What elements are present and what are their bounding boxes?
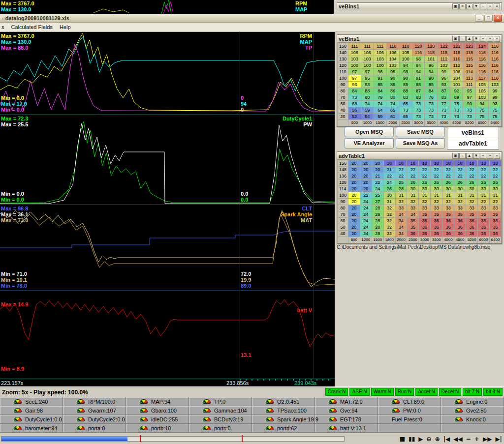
table-cell[interactable]: 73 [438, 107, 450, 114]
play-icon[interactable]: ▶ [418, 435, 423, 443]
table-cell[interactable]: 36 [466, 231, 478, 237]
table-cell[interactable]: 20 [360, 173, 372, 179]
table-cell[interactable]: 52 [348, 114, 361, 120]
table-cell[interactable]: 22 [360, 192, 372, 199]
table-cell[interactable]: 22 [383, 173, 395, 179]
table-cell[interactable]: 96 [374, 69, 386, 75]
table-cell[interactable]: 86 [386, 88, 399, 94]
table-cell[interactable]: 120 [412, 43, 425, 50]
table-cell[interactable]: 73 [412, 114, 425, 120]
table-cell[interactable]: 35 [407, 218, 419, 224]
table-cell[interactable]: 100 [361, 62, 374, 69]
table-cell[interactable]: 32 [489, 199, 501, 205]
vebins-titlebar[interactable]: veBins1 ▣=▲▼−+× [337, 35, 502, 43]
table-cell[interactable]: 30 [407, 186, 419, 192]
table-cell[interactable]: 123 [463, 43, 476, 50]
table-cell[interactable]: 35 [466, 211, 478, 218]
table-cell[interactable]: 93 [361, 82, 374, 88]
table-cell[interactable]: 73 [399, 107, 412, 114]
table-cell[interactable]: 120 [425, 43, 438, 50]
table-cell[interactable]: 32 [442, 199, 454, 205]
table-cell[interactable]: 32 [383, 218, 395, 224]
table-cell[interactable]: 112 [438, 56, 450, 62]
table-cell[interactable]: 116 [412, 50, 425, 56]
table-cell[interactable]: 36 [478, 224, 490, 231]
table-cell[interactable]: 36 [454, 224, 466, 231]
table-cell[interactable]: 36 [466, 218, 478, 224]
table-cell[interactable]: 28 [372, 224, 383, 231]
table-cell[interactable]: 33 [395, 205, 407, 211]
skip-start-icon[interactable]: |◀ [443, 435, 450, 443]
table-cell[interactable]: 73 [425, 107, 438, 114]
table-cell[interactable]: 32 [383, 205, 395, 211]
table-cell[interactable]: 21 [372, 173, 383, 179]
table-cell[interactable]: 105 [399, 50, 412, 56]
table-cell[interactable]: 22 [442, 167, 454, 173]
table-cell[interactable]: 117 [476, 75, 489, 82]
table-cell[interactable]: 36 [419, 231, 431, 237]
table-cell[interactable]: 94 [412, 62, 425, 69]
floating-vebins-titlebar[interactable]: veBins1 ▣=▲▼−+× [337, 2, 502, 10]
table-cell[interactable]: 75 [489, 107, 502, 114]
table-cell[interactable]: 104 [386, 56, 399, 62]
table-cell[interactable]: 32 [383, 224, 395, 231]
table-cell[interactable]: 34 [395, 224, 407, 231]
table-cell[interactable]: 80 [361, 94, 374, 101]
table-cell[interactable]: 22 [489, 173, 501, 179]
table-cell[interactable]: 118 [450, 50, 463, 56]
table-cell[interactable]: 106 [386, 50, 399, 56]
minimize-button[interactable]: _ [475, 15, 483, 22]
table-cell[interactable]: 111 [374, 43, 386, 50]
table-cell[interactable]: 20 [360, 160, 372, 167]
table-cell[interactable]: 73 [450, 114, 463, 120]
datalog-chart-area[interactable]: Max = 3767.0Max = 130.0Max = 88.0RPMMAPT… [0, 32, 335, 386]
table-cell[interactable]: 20 [372, 167, 383, 173]
table-cell[interactable]: 28 [372, 211, 383, 218]
table-cell[interactable]: 116 [489, 75, 502, 82]
table-cell[interactable]: 118 [386, 43, 399, 50]
table-cell[interactable]: 111 [361, 43, 374, 50]
table-cell[interactable]: 33 [419, 205, 431, 211]
table-cell[interactable]: 103 [374, 56, 386, 62]
export-icon[interactable]: ▣ [452, 36, 459, 42]
table-cell[interactable]: 22 [466, 173, 478, 179]
skip-end-icon[interactable]: ▶| [495, 435, 502, 443]
table-cell[interactable]: 93 [399, 69, 412, 75]
table-cell[interactable]: 118 [476, 50, 489, 56]
table-cell[interactable]: 31 [489, 192, 501, 199]
table-cell[interactable]: 86 [386, 82, 399, 88]
table-cell[interactable]: 36 [442, 218, 454, 224]
table-cell[interactable]: 33 [454, 205, 466, 211]
table-cell[interactable]: 114 [463, 69, 476, 75]
table-cell[interactable]: 34 [407, 211, 419, 218]
table-cell[interactable]: 116 [476, 62, 489, 69]
table-cell[interactable]: 32 [431, 199, 442, 205]
table-cell[interactable]: 24 [360, 211, 372, 218]
table-cell[interactable]: 93 [438, 82, 450, 88]
up-arrow-icon[interactable]: ▲ [466, 3, 472, 9]
table-cell[interactable]: 36 [454, 218, 466, 224]
table-cell[interactable]: 20 [348, 192, 360, 199]
export-icon[interactable]: ▣ [452, 153, 459, 159]
table-cell[interactable]: 22 [419, 173, 431, 179]
table-cell[interactable]: 31 [395, 192, 407, 199]
timeline[interactable]: 223.157s 233.856s 239.043s [0, 379, 335, 386]
seek-track[interactable] [1, 436, 345, 442]
table-cell[interactable]: 22 [407, 173, 419, 179]
table-cell[interactable]: 94 [476, 101, 489, 107]
table-cell[interactable]: 61 [386, 114, 399, 120]
table-cell[interactable]: 22 [489, 167, 501, 173]
open-msq-button[interactable]: Open MSQ [345, 127, 394, 137]
step-back-icon[interactable]: ◀◀ [453, 435, 462, 443]
table-cell[interactable]: 83 [438, 94, 450, 101]
table-cell[interactable]: 90 [463, 101, 476, 107]
table-cell[interactable]: 35 [478, 211, 490, 218]
table-cell[interactable]: 20 [360, 167, 372, 173]
table-cell[interactable]: 76 [425, 94, 438, 101]
table-cell[interactable]: 96 [438, 75, 450, 82]
table-cell[interactable]: 116 [450, 56, 463, 62]
table-cell[interactable]: 24 [360, 224, 372, 231]
table-cell[interactable]: 24 [360, 231, 372, 237]
table-cell[interactable]: 95 [386, 69, 399, 75]
chart-pane-clt-spark-mat[interactable]: Max = 96.8Max = 36.1Max = 73.0CLTSpark A… [0, 204, 335, 290]
